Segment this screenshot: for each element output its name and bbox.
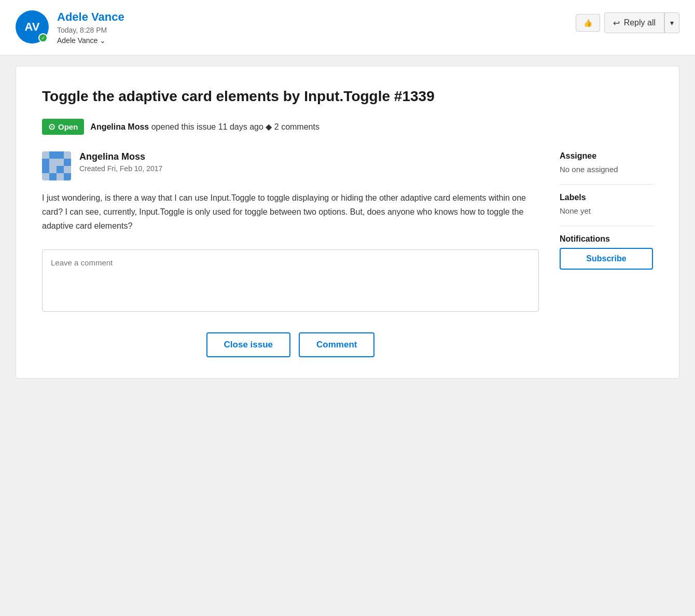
reply-all-chevron-button[interactable]: ▾	[665, 12, 679, 33]
comment-main: Angelina Moss Created Fri, Feb 10, 2017 …	[42, 151, 539, 358]
assignee-section: Assignee No one assigned	[560, 151, 653, 174]
avatar-wrap: AV ✓	[16, 10, 49, 44]
svg-rect-13	[49, 173, 57, 180]
labels-value: None yet	[560, 206, 653, 215]
sender-info: AV ✓ Adele Vance Today, 8:28 PM Adele Va…	[16, 10, 124, 45]
sender-sub-chevron-icon: ⌄	[100, 36, 106, 45]
svg-rect-6	[57, 159, 64, 166]
main-content: Toggle the adaptive card elements by Inp…	[16, 66, 679, 379]
sender-time: Today, 8:28 PM	[57, 26, 124, 34]
avatar-checkmark: ✓	[38, 33, 48, 43]
sender-sub-name: Adele Vance	[57, 36, 98, 45]
reply-icon: ↩	[613, 18, 620, 28]
commenter-avatar	[42, 151, 71, 180]
comment-actions: Close issue Comment	[42, 332, 539, 357]
svg-rect-4	[42, 159, 49, 166]
header-actions: 👍 ↩ Reply all ▾	[576, 12, 679, 33]
svg-rect-5	[49, 159, 57, 166]
sidebar-divider-2	[560, 226, 653, 226]
sidebar-divider-1	[560, 184, 653, 185]
labels-section: Labels None yet	[560, 193, 653, 215]
assignee-label: Assignee	[560, 151, 653, 161]
commenter-details: Angelina Moss Created Fri, Feb 10, 2017	[79, 151, 162, 173]
svg-rect-9	[49, 166, 57, 173]
chevron-down-icon: ▾	[670, 19, 674, 27]
issue-meta-text: Angelina Moss opened this issue 11 days …	[90, 122, 319, 132]
open-badge: ⊙ Open	[42, 119, 84, 135]
open-badge-label: Open	[58, 122, 78, 131]
reply-all-button[interactable]: ↩ Reply all	[604, 12, 664, 33]
svg-rect-0	[42, 151, 49, 159]
sender-details: Adele Vance Today, 8:28 PM Adele Vance ⌄	[57, 10, 124, 45]
sender-sub: Adele Vance ⌄	[57, 36, 124, 45]
svg-rect-15	[64, 173, 71, 180]
commenter-date: Created Fri, Feb 10, 2017	[79, 164, 162, 173]
notifications-label: Notifications	[560, 234, 653, 244]
reply-all-label: Reply all	[624, 18, 656, 27]
notifications-section: Notifications Subscribe	[560, 234, 653, 270]
thumbs-button[interactable]: 👍	[576, 14, 600, 32]
sender-name: Adele Vance	[57, 10, 124, 24]
issue-meta: ⊙ Open Angelina Moss opened this issue 1…	[42, 119, 653, 135]
svg-rect-14	[57, 173, 64, 180]
issue-action-text: opened this issue	[151, 122, 216, 131]
svg-rect-2	[57, 151, 64, 159]
issue-comments: 2 comments	[274, 122, 319, 131]
subscribe-button[interactable]: Subscribe	[560, 248, 653, 270]
issue-dot: ◆	[266, 122, 272, 131]
svg-rect-10	[57, 166, 64, 173]
issue-author: Angelina Moss	[90, 122, 149, 131]
commenter-name: Angelina Moss	[79, 151, 162, 163]
thumbs-icon: 👍	[583, 19, 592, 27]
assignee-value: No one assigned	[560, 165, 653, 174]
svg-rect-11	[64, 166, 71, 173]
reply-all-group: ↩ Reply all ▾	[604, 12, 679, 33]
svg-rect-3	[64, 151, 71, 159]
issue-time: 11 days ago	[218, 122, 263, 131]
comment-layout: Angelina Moss Created Fri, Feb 10, 2017 …	[42, 151, 653, 358]
email-header: AV ✓ Adele Vance Today, 8:28 PM Adele Va…	[0, 0, 695, 55]
svg-rect-1	[49, 151, 57, 159]
comment-header: Angelina Moss Created Fri, Feb 10, 2017	[42, 151, 539, 180]
comment-button[interactable]: Comment	[299, 332, 374, 357]
labels-label: Labels	[560, 193, 653, 202]
close-issue-button[interactable]: Close issue	[206, 332, 291, 357]
comment-body: I just wondering, is there a way that I …	[42, 191, 539, 233]
issue-title: Toggle the adaptive card elements by Inp…	[42, 87, 653, 106]
comment-input[interactable]	[42, 249, 539, 312]
comment-sidebar: Assignee No one assigned Labels None yet…	[560, 151, 653, 358]
svg-rect-8	[42, 166, 49, 173]
open-badge-icon: ⊙	[48, 122, 55, 132]
svg-rect-7	[64, 159, 71, 166]
svg-rect-12	[42, 173, 49, 180]
